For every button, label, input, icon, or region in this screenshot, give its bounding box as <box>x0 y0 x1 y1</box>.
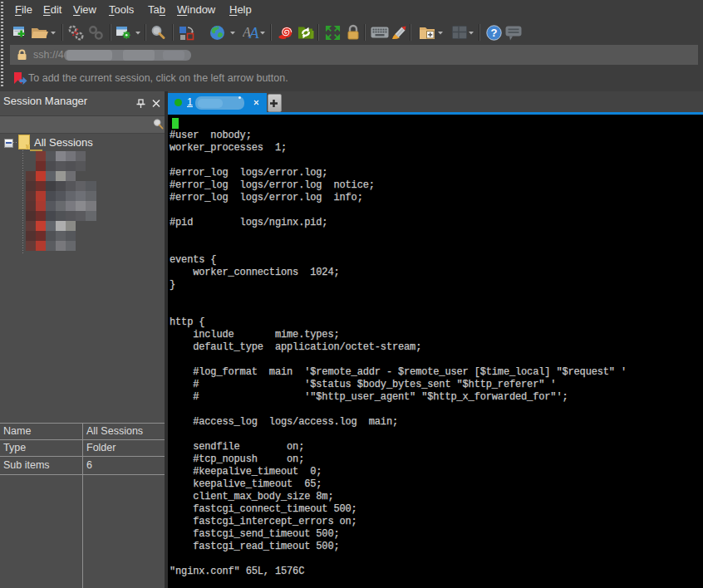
svg-text:A: A <box>248 24 259 41</box>
svg-text:?: ? <box>491 27 498 39</box>
